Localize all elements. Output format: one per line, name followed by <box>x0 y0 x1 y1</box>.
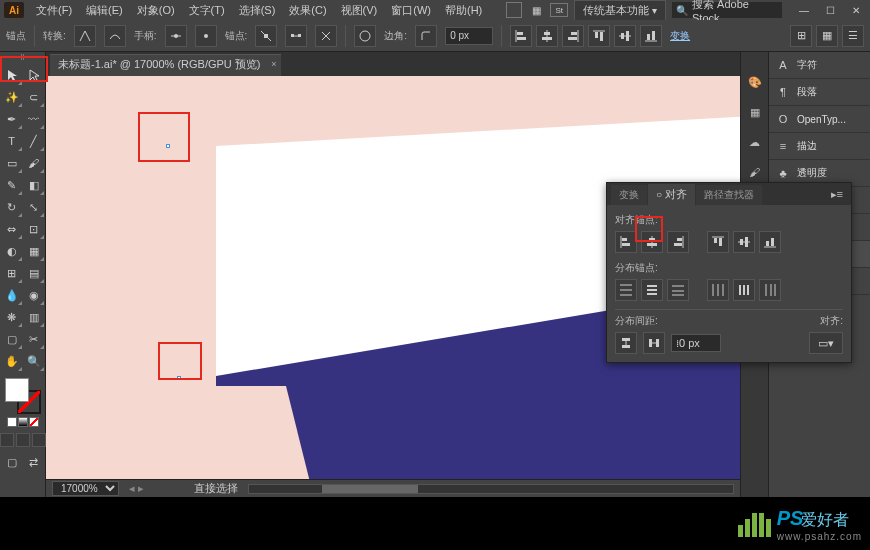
menu-edit[interactable]: 编辑(E) <box>80 1 129 20</box>
minimize-icon[interactable]: — <box>794 3 814 17</box>
close-icon[interactable]: ✕ <box>846 3 866 17</box>
menu-effect[interactable]: 效果(C) <box>283 1 332 20</box>
spacing-value-input[interactable]: ⁞ 0 px <box>671 334 721 352</box>
vspace-icon[interactable] <box>615 332 637 354</box>
tab-transform[interactable]: 变换 <box>611 185 647 205</box>
align-top-icon[interactable] <box>707 231 729 253</box>
quick-align-left-icon[interactable] <box>510 25 532 47</box>
hdist-left-icon[interactable] <box>707 279 729 301</box>
rotate-tool-icon[interactable]: ↻ <box>1 196 23 218</box>
hspace-icon[interactable] <box>643 332 665 354</box>
align-to-selection-icon[interactable]: ▭▾ <box>809 332 843 354</box>
quick-align-vcenter-icon[interactable] <box>614 25 636 47</box>
panel-strip-item[interactable]: OOpenTyp... <box>769 106 870 133</box>
transform-link-label[interactable]: 变换 <box>670 29 690 43</box>
opt-extra-3-icon[interactable]: ☰ <box>842 25 864 47</box>
opt-extra-2-icon[interactable]: ▦ <box>816 25 838 47</box>
horizontal-scrollbar[interactable] <box>248 484 734 494</box>
align-left-icon[interactable] <box>615 231 637 253</box>
align-panel[interactable]: 变换 ○ 对齐 路径查找器 ▸≡ 对齐锚点: 分布锚点: 分布 <box>606 182 852 363</box>
mesh-tool-icon[interactable]: ⊞ <box>1 262 23 284</box>
tab-close-icon[interactable]: × <box>271 59 276 69</box>
stock-search-input[interactable]: 🔍 搜索 Adobe Stock <box>672 2 782 18</box>
shape-builder-tool-icon[interactable]: ◐ <box>1 240 23 262</box>
hand-tool-icon[interactable]: ✋ <box>1 350 23 372</box>
corner-type-icon[interactable] <box>415 25 437 47</box>
zoom-tool-icon[interactable]: 🔍 <box>23 350 45 372</box>
maximize-icon[interactable]: ☐ <box>820 3 840 17</box>
panel-strip-item[interactable]: ≡描边 <box>769 133 870 160</box>
magic-wand-tool-icon[interactable]: ✨ <box>1 86 23 108</box>
hdist-right-icon[interactable] <box>759 279 781 301</box>
none-mode-icon[interactable] <box>29 417 39 427</box>
panel-strip-item[interactable]: ¶段落 <box>769 79 870 106</box>
vdist-bottom-icon[interactable] <box>667 279 689 301</box>
document-tab[interactable]: 未标题-1.ai* @ 17000% (RGB/GPU 预览) × <box>50 54 281 76</box>
align-right-icon[interactable] <box>667 231 689 253</box>
gradient-tool-icon[interactable]: ▤ <box>23 262 45 284</box>
width-tool-icon[interactable]: ⇔ <box>1 218 23 240</box>
workspace-preset-dropdown[interactable]: 传统基本功能 ▾ <box>574 0 666 21</box>
color-panel-icon[interactable]: 🎨 <box>745 72 765 92</box>
align-bottom-icon[interactable] <box>759 231 781 253</box>
scale-tool-icon[interactable]: ⤡ <box>23 196 45 218</box>
eraser-tool-icon[interactable]: ◧ <box>23 174 45 196</box>
convert-smooth-icon[interactable] <box>104 25 126 47</box>
type-tool-icon[interactable]: T <box>1 130 23 152</box>
menu-file[interactable]: 文件(F) <box>30 1 78 20</box>
fill-stroke-swatch[interactable] <box>5 378 41 414</box>
shaper-tool-icon[interactable]: ✎ <box>1 174 23 196</box>
opt-extra-1-icon[interactable]: ⊞ <box>790 25 812 47</box>
stock-icon[interactable]: St <box>550 3 568 17</box>
hdist-center-icon[interactable] <box>733 279 755 301</box>
graph-tool-icon[interactable]: ▥ <box>23 306 45 328</box>
remove-anchor-icon[interactable] <box>255 25 277 47</box>
brush-tool-icon[interactable]: 🖌 <box>23 152 45 174</box>
corner-radius-input[interactable] <box>445 27 493 45</box>
panel-strip-item[interactable]: A字符 <box>769 52 870 79</box>
hide-handles-icon[interactable] <box>195 25 217 47</box>
quick-align-bottom-icon[interactable] <box>640 25 662 47</box>
bridge-icon[interactable] <box>506 2 522 18</box>
arrange-docs-icon[interactable]: ▦ <box>528 2 544 18</box>
show-handles-icon[interactable] <box>165 25 187 47</box>
curvature-tool-icon[interactable]: 〰 <box>23 108 45 130</box>
quick-align-right-icon[interactable] <box>562 25 584 47</box>
align-vcenter-icon[interactable] <box>733 231 755 253</box>
panel-flyout-icon[interactable]: ▸≡ <box>823 184 851 205</box>
quick-align-top-icon[interactable] <box>588 25 610 47</box>
perspective-tool-icon[interactable]: ▦ <box>23 240 45 262</box>
artboard-tool-icon[interactable]: ▢ <box>1 328 23 350</box>
menu-view[interactable]: 视图(V) <box>335 1 384 20</box>
blend-tool-icon[interactable]: ◉ <box>23 284 45 306</box>
menu-object[interactable]: 对象(O) <box>131 1 181 20</box>
connect-anchor-icon[interactable] <box>285 25 307 47</box>
toolbar-toggle-icon[interactable]: ⇄ <box>23 451 45 473</box>
lasso-tool-icon[interactable]: ⊂ <box>23 86 45 108</box>
gradient-mode-icon[interactable] <box>18 417 28 427</box>
free-transform-tool-icon[interactable]: ⊡ <box>23 218 45 240</box>
isolate-icon[interactable] <box>354 25 376 47</box>
rectangle-tool-icon[interactable]: ▭ <box>1 152 23 174</box>
menu-type[interactable]: 文字(T) <box>183 1 231 20</box>
cut-path-icon[interactable] <box>315 25 337 47</box>
libraries-panel-icon[interactable]: ☁ <box>745 132 765 152</box>
pen-tool-icon[interactable]: ✒ <box>1 108 23 130</box>
zoom-select[interactable]: 17000% <box>52 481 119 496</box>
eyedropper-tool-icon[interactable]: 💧 <box>1 284 23 306</box>
tab-pathfinder[interactable]: 路径查找器 <box>696 185 762 205</box>
screen-mode-icon[interactable]: ▢ <box>1 451 23 473</box>
draw-normal-icon[interactable] <box>0 433 14 447</box>
quick-align-hcenter-icon[interactable] <box>536 25 558 47</box>
line-tool-icon[interactable]: ╱ <box>23 130 45 152</box>
swatches-panel-icon[interactable]: ▦ <box>745 102 765 122</box>
convert-corner-icon[interactable] <box>74 25 96 47</box>
menu-window[interactable]: 窗口(W) <box>385 1 437 20</box>
tab-align[interactable]: ○ 对齐 <box>648 184 695 205</box>
draw-behind-icon[interactable] <box>16 433 30 447</box>
brushes-panel-icon[interactable]: 🖌 <box>745 162 765 182</box>
symbol-sprayer-tool-icon[interactable]: ❋ <box>1 306 23 328</box>
menu-help[interactable]: 帮助(H) <box>439 1 488 20</box>
vdist-center-icon[interactable] <box>641 279 663 301</box>
color-mode-icon[interactable] <box>7 417 17 427</box>
